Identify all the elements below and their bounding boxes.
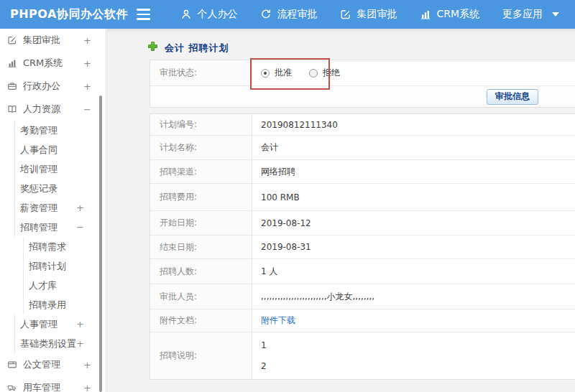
- sidebar-item-label: 人事合同: [20, 144, 58, 157]
- approval-status-row: 审批状态: 批准 拒绝: [150, 60, 575, 86]
- sidebar-item-talent-pool[interactable]: 人才库: [23, 276, 106, 295]
- sidebar-item-label: 用车管理: [23, 381, 60, 392]
- sidebar-item-vehicle-mgmt[interactable]: 用车管理 +: [0, 376, 106, 392]
- row-value: 1 2: [252, 332, 575, 379]
- sidebar-item-crm[interactable]: CRM系统 +: [0, 52, 106, 75]
- main-content: 会计 招聘计划 审批状态: 批准 拒绝 审批信息: [107, 29, 575, 392]
- row-description: 招聘说明: 1 2: [150, 332, 575, 379]
- sidebar-item-label: 人才库: [29, 279, 57, 292]
- collapse-icon[interactable]: −: [83, 104, 91, 115]
- sidebar-item-hr[interactable]: 人力资源 −: [0, 98, 106, 121]
- expand-icon[interactable]: +: [83, 360, 91, 370]
- sidebar: 集团审批 + CRM系统 + 行政办公 +: [0, 29, 106, 392]
- sidebar-item-recruit-mgmt[interactable]: 招聘管理 −: [14, 218, 106, 237]
- sidebar-item-label: 考勤管理: [20, 124, 58, 137]
- sidebar-item-label: 人力资源: [23, 103, 60, 116]
- row-plan-no: 计划编号: 20190812111340: [150, 114, 575, 136]
- sidebar-item-base-category[interactable]: 基础类别设置 +: [14, 334, 106, 353]
- expand-icon[interactable]: +: [76, 338, 84, 349]
- sidebar-item-recruit-demand[interactable]: 招聘需求: [23, 237, 106, 256]
- row-value: 20190812111340: [252, 114, 575, 135]
- row-value: 2019-08-12: [252, 211, 575, 235]
- radio-approve-label: 批准: [275, 67, 292, 79]
- row-value: 2019-08-31: [252, 235, 575, 258]
- sidebar-item-document-mgmt[interactable]: 公文管理 +: [0, 353, 106, 376]
- approval-status-options: 批准 拒绝: [252, 60, 575, 85]
- sidebar-item-hr-contract[interactable]: 人事合同: [14, 140, 106, 159]
- approval-info-button[interactable]: 审批信息: [487, 89, 538, 105]
- sidebar-item-label: 行政办公: [23, 80, 60, 93]
- page-title: 会计 招聘计划: [147, 41, 229, 55]
- sidebar-item-label: 薪资管理: [20, 202, 58, 215]
- row-value: 1 人: [252, 259, 575, 284]
- row-value: 100 RMB: [252, 184, 575, 210]
- row-headcount: 招聘人数: 1 人: [150, 259, 575, 284]
- cycle-icon: [260, 9, 272, 20]
- sidebar-item-label: 招聘管理: [20, 221, 58, 234]
- sidebar-item-group-approval[interactable]: 集团审批 +: [0, 29, 106, 52]
- nav-more-apps[interactable]: 更多应用: [495, 0, 566, 29]
- sidebar-item-recruit-hire[interactable]: 招聘录用: [23, 295, 106, 314]
- row-label: 招聘人数:: [150, 259, 252, 284]
- expand-icon[interactable]: +: [83, 35, 91, 46]
- nav-group-approval[interactable]: 集团审批: [333, 0, 404, 29]
- sidebar-item-label: 奖惩记录: [20, 182, 58, 195]
- sidebar-item-salary[interactable]: 薪资管理 +: [14, 198, 106, 218]
- document-icon: [6, 360, 18, 370]
- edit-square-icon: [340, 9, 351, 20]
- row-label: 计划名称:: [150, 136, 252, 159]
- row-label: 结束日期:: [150, 235, 252, 258]
- sidebar-item-training[interactable]: 培训管理: [14, 159, 106, 179]
- row-value: 网络招聘: [252, 160, 575, 183]
- row-label: 招聘费用:: [150, 184, 252, 210]
- expand-icon[interactable]: +: [76, 319, 84, 330]
- radio-reject[interactable]: 拒绝: [309, 67, 340, 79]
- row-label: 计划编号:: [150, 114, 252, 135]
- sidebar-item-recruit-plan[interactable]: 招聘计划: [23, 256, 106, 276]
- bar-chart-icon: [420, 9, 431, 20]
- sidebar-item-label: 基础类别设置: [20, 337, 76, 350]
- nav-label: CRM系统: [436, 8, 479, 21]
- radio-reject-label: 拒绝: [323, 67, 340, 79]
- plus-icon: [147, 41, 158, 55]
- sidebar-item-attendance[interactable]: 考勤管理: [14, 121, 106, 140]
- nav-label: 集团审批: [356, 8, 397, 21]
- hamburger-menu-icon[interactable]: [137, 7, 155, 22]
- top-header: PHPOA协同办公软件 个人办公 流程审批: [0, 0, 575, 29]
- sidebar-item-rewards[interactable]: 奖惩记录: [14, 179, 106, 198]
- approval-status-label: 审批状态:: [150, 60, 252, 85]
- app-window: PHPOA协同办公软件 个人办公 流程审批: [0, 0, 575, 392]
- radio-reject-dot[interactable]: [309, 69, 318, 78]
- row-label: 开始日期:: [150, 211, 252, 235]
- attachment-download-link[interactable]: 附件下载: [261, 314, 295, 327]
- sidebar-item-admin-office[interactable]: 行政办公 +: [0, 75, 106, 98]
- description-line: 1: [261, 340, 267, 350]
- nav-workflow-approval[interactable]: 流程审批: [253, 0, 324, 29]
- sidebar-scrollbar-thumb[interactable]: [99, 95, 102, 392]
- sidebar-item-label: 人事管理: [20, 318, 58, 331]
- expand-icon[interactable]: +: [83, 58, 91, 69]
- nav-crm-system[interactable]: CRM系统: [413, 0, 487, 29]
- row-channel: 招聘渠道: 网络招聘: [150, 160, 575, 184]
- row-attachment: 附件文档: 附件下载: [150, 309, 575, 332]
- description-line: 2: [261, 361, 267, 371]
- row-label: 招聘说明:: [150, 332, 252, 379]
- radio-approve-dot[interactable]: [261, 69, 270, 78]
- expand-icon[interactable]: +: [83, 81, 91, 92]
- radio-approve[interactable]: 批准: [261, 67, 292, 79]
- briefcase-icon: [6, 81, 18, 91]
- sidebar-item-personnel-mgmt[interactable]: 人事管理 +: [14, 314, 106, 334]
- row-fee: 招聘费用: 100 RMB: [150, 184, 575, 211]
- row-plan-name: 计划名称: 会计: [150, 136, 575, 160]
- expand-icon[interactable]: +: [83, 383, 91, 392]
- nav-label: 流程审批: [277, 8, 317, 21]
- sidebar-item-label: 招聘需求: [29, 241, 66, 253]
- car-icon: [6, 383, 18, 392]
- collapse-icon[interactable]: −: [76, 222, 84, 233]
- expand-icon[interactable]: +: [76, 202, 84, 213]
- sidebar-item-label: CRM系统: [23, 57, 63, 70]
- row-approvers: 审批人员: ,,,,,,,,,,,,,,,,,,,,,,,,小龙女,,,,,,,…: [150, 284, 575, 309]
- nav-label: 更多应用: [502, 8, 543, 21]
- nav-personal-office[interactable]: 个人办公: [173, 0, 244, 29]
- sidebar-item-label: 招聘计划: [29, 260, 66, 273]
